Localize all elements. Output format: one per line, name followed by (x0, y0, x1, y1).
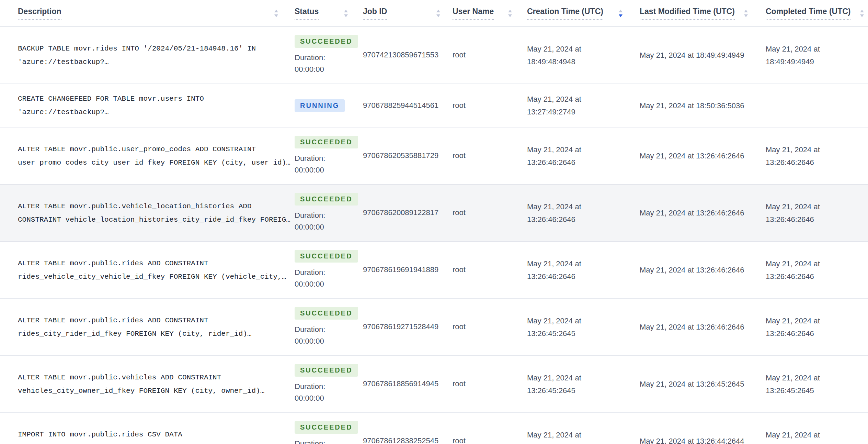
completed-time: May 21, 2024 at 13:26:45:2645 (766, 374, 820, 395)
column-header-completed-time[interactable]: Completed Time (UTC) (766, 7, 868, 20)
job-description[interactable]: BACKUP TABLE movr.rides INTO '/2024/05/2… (18, 42, 295, 69)
completed-time: May 21, 2024 at 13:26:46:2646 (766, 202, 820, 224)
job-id: 970678619271528449 (363, 322, 438, 331)
duration-value: 00:00:00 (295, 392, 325, 404)
job-duration: Duration: 00:00:00 (295, 153, 325, 176)
duration-label: Duration: (295, 267, 325, 278)
completed-time: May 21, 2024 at 18:49:49:4949 (766, 45, 820, 66)
sort-icon[interactable] (860, 10, 864, 17)
duration-label: Duration: (295, 153, 325, 164)
column-header-status[interactable]: Status (295, 7, 363, 20)
creation-time: May 21, 2024 at 13:26:45:2645 (527, 374, 581, 395)
duration-label: Duration: (295, 381, 325, 392)
job-id: 970678620535881729 (363, 151, 438, 160)
job-description[interactable]: IMPORT INTO movr.public.rides CSV DATA (… (18, 428, 295, 444)
job-id: 970678825944514561 (363, 101, 438, 110)
job-description[interactable]: ALTER TABLE movr.public.vehicle_location… (18, 200, 295, 226)
table-header-row: Description Status Job ID User Name Crea… (0, 0, 868, 27)
user-name: root (453, 51, 466, 59)
job-description[interactable]: CREATE CHANGEFEED FOR TABLE movr.users I… (18, 92, 295, 119)
column-header-label: Last Modified Time (UTC) (640, 7, 735, 20)
job-duration: Duration: 00:00:00 (295, 52, 325, 75)
status-badge: SUCCEEDED (295, 35, 358, 48)
status-badge: SUCCEEDED (295, 193, 358, 206)
creation-time: May 21, 2024 at 13:26:43:2643 (527, 431, 581, 444)
user-name: root (453, 151, 466, 160)
column-header-label: Completed Time (UTC) (766, 7, 850, 20)
sort-icon-active-desc[interactable] (619, 10, 623, 17)
column-header-label: Status (295, 7, 319, 20)
completed-time: May 21, 2024 at 13:26:46:2646 (766, 259, 820, 281)
status-badge: SUCCEEDED (295, 307, 358, 320)
user-name: root (453, 265, 466, 274)
column-header-creation-time[interactable]: Creation Time (UTC) (527, 7, 640, 20)
job-duration: Duration: 00:00:00 (295, 267, 325, 290)
job-description[interactable]: ALTER TABLE movr.public.user_promo_codes… (18, 143, 295, 169)
last-modified-time: May 21, 2024 at 13:26:46:2646 (640, 152, 744, 160)
jobs-table: Description Status Job ID User Name Crea… (0, 0, 868, 444)
table-row[interactable]: ALTER TABLE movr.public.rides ADD CONSTR… (0, 298, 868, 355)
job-description[interactable]: ALTER TABLE movr.public.rides ADD CONSTR… (18, 257, 295, 284)
last-modified-time: May 21, 2024 at 18:49:49:4949 (640, 51, 744, 59)
sort-icon[interactable] (508, 10, 512, 17)
completed-time: May 21, 2024 at 13:26:46:2646 (766, 145, 820, 167)
user-name: root (453, 379, 466, 388)
column-header-label: Creation Time (UTC) (527, 7, 603, 20)
duration-value: 00:00:00 (295, 335, 325, 347)
duration-value: 00:00:00 (295, 64, 325, 75)
status-badge: SUCCEEDED (295, 421, 358, 434)
status-badge: SUCCEEDED (295, 364, 358, 377)
duration-value: 00:00:00 (295, 221, 325, 233)
user-name: root (453, 208, 466, 217)
last-modified-time: May 21, 2024 at 13:26:44:2644 (640, 437, 744, 444)
user-name: root (453, 436, 466, 444)
user-name: root (453, 101, 466, 110)
job-description[interactable]: ALTER TABLE movr.public.vehicles ADD CON… (18, 371, 295, 398)
table-row[interactable]: ALTER TABLE movr.public.rides ADD CONSTR… (0, 241, 868, 298)
table-row[interactable]: BACKUP TABLE movr.rides INTO '/2024/05/2… (0, 27, 868, 84)
user-name: root (453, 322, 466, 331)
sort-icon[interactable] (436, 10, 440, 17)
sort-icon[interactable] (344, 10, 348, 17)
duration-label: Duration: (295, 210, 325, 221)
creation-time: May 21, 2024 at 13:27:49:2749 (527, 95, 581, 116)
completed-time: May 21, 2024 at 13:26:44:2644 (766, 431, 820, 444)
table-row[interactable]: ALTER TABLE movr.public.user_promo_codes… (0, 127, 868, 184)
job-id: 970678612838252545 (363, 436, 438, 444)
duration-label: Duration: (295, 324, 325, 335)
job-duration: Duration: 00:00:00 (295, 324, 325, 347)
job-description[interactable]: ALTER TABLE movr.public.rides ADD CONSTR… (18, 314, 295, 341)
job-id: 970742130859671553 (363, 51, 438, 59)
job-duration: Duration: 00:00:00 (295, 438, 325, 444)
job-duration: Duration: 00:00:00 (295, 381, 325, 404)
column-header-job-id[interactable]: Job ID (363, 7, 453, 20)
column-header-description[interactable]: Description (0, 7, 295, 20)
table-body: BACKUP TABLE movr.rides INTO '/2024/05/2… (0, 27, 868, 444)
duration-label: Duration: (295, 438, 325, 444)
table-row[interactable]: ALTER TABLE movr.public.vehicles ADD CON… (0, 355, 868, 412)
sort-icon[interactable] (274, 10, 278, 17)
duration-value: 00:00:00 (295, 278, 325, 290)
column-header-user-name[interactable]: User Name (453, 7, 527, 20)
status-badge: SUCCEEDED (295, 250, 358, 263)
sort-icon[interactable] (744, 10, 748, 17)
creation-time: May 21, 2024 at 13:26:46:2646 (527, 145, 581, 167)
duration-value: 00:00:00 (295, 164, 325, 176)
last-modified-time: May 21, 2024 at 13:26:46:2646 (640, 323, 744, 331)
job-id: 970678620089122817 (363, 208, 438, 217)
duration-label: Duration: (295, 52, 325, 64)
job-duration: Duration: 00:00:00 (295, 210, 325, 233)
column-header-last-modified-time[interactable]: Last Modified Time (UTC) (640, 7, 766, 20)
column-header-label: User Name (453, 7, 494, 20)
last-modified-time: May 21, 2024 at 13:26:46:2646 (640, 266, 744, 274)
last-modified-time: May 21, 2024 at 13:26:45:2645 (640, 380, 744, 388)
status-badge: RUNNING (295, 99, 345, 112)
creation-time: May 21, 2024 at 18:49:48:4948 (527, 45, 581, 66)
job-id: 970678619691941889 (363, 265, 438, 274)
table-row[interactable]: IMPORT INTO movr.public.rides CSV DATA (… (0, 412, 868, 444)
last-modified-time: May 21, 2024 at 18:50:36:5036 (640, 101, 744, 110)
jobs-page: Description Status Job ID User Name Crea… (0, 0, 868, 444)
creation-time: May 21, 2024 at 13:26:45:2645 (527, 317, 581, 338)
table-row[interactable]: ALTER TABLE movr.public.vehicle_location… (0, 184, 868, 241)
table-row[interactable]: CREATE CHANGEFEED FOR TABLE movr.users I… (0, 84, 868, 127)
